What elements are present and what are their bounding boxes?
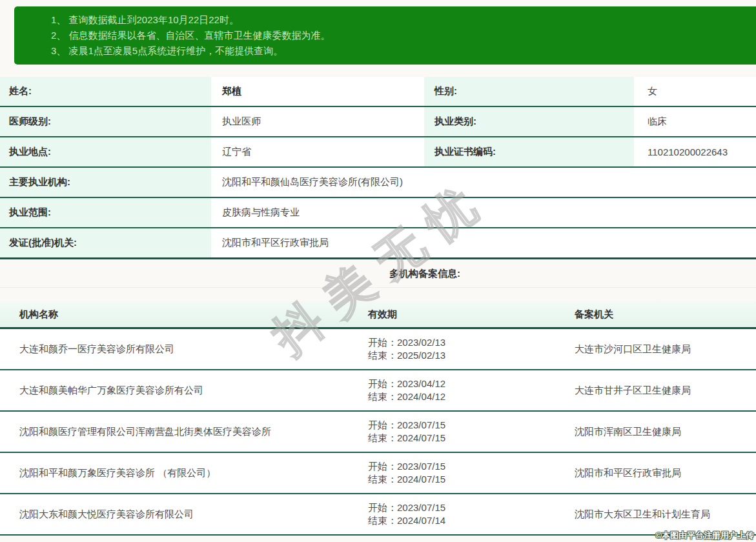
- location-value: 辽宁省: [213, 137, 423, 166]
- org-authority: 大连市沙河口区卫生健康局: [555, 343, 756, 356]
- profile-row-name-gender: 姓名: 郑植 性别: 女: [0, 77, 756, 107]
- category-label: 执业类别:: [423, 107, 636, 136]
- header-authority: 备案机关: [555, 308, 756, 321]
- org-authority: 沈阳市和平区行政审批局: [555, 467, 756, 479]
- main-org-label: 主要执业机构:: [0, 168, 213, 197]
- validity-end: 结束：2025/02/13: [368, 349, 555, 362]
- profile-row-main-org: 主要执业机构: 沈阳和平和颜仙岛医疗美容诊所(有限公司): [0, 168, 756, 198]
- scope-label: 执业范围:: [0, 198, 213, 227]
- header-org-name: 机构名称: [0, 308, 349, 321]
- validity-end: 结束：2024/04/12: [368, 390, 555, 403]
- org-authority: 大连市甘井子区卫生健康局: [555, 385, 756, 397]
- org-validity: 开始：2023/07/15 结束：2024/07/14: [349, 501, 555, 527]
- org-authority: 沈阳市大东区卫生和计划生育局: [555, 508, 756, 521]
- main-org-value: 沈阳和平和颜仙岛医疗美容诊所(有限公司): [213, 168, 756, 197]
- gender-label: 性别:: [423, 77, 636, 106]
- org-validity: 开始：2023/02/13 结束：2025/02/13: [349, 336, 555, 362]
- org-table-header: 机构名称 有效期 备案机关: [0, 301, 756, 329]
- org-name: 大连和颜美帕华广万象医疗美容诊所有公司: [0, 385, 349, 397]
- cert-no-value: 110210200022643: [636, 137, 756, 166]
- org-name: 沈阳和平和颜万象医疗美容诊所 （有限公司）: [0, 467, 349, 479]
- doctor-profile-table: 姓名: 郑植 性别: 女 医师级别: 执业医师 执业类别: 临床 执业地点: 辽…: [0, 77, 756, 259]
- notice-banner: 1、 查询数据截止到2023年10月22日22时。 2、 信息数据结果以各省、自…: [14, 6, 756, 65]
- copyright-stamp: ©本图由平台注册用户上传: [655, 530, 754, 541]
- org-name: 沈阳大东和颜大悦医疗美容诊所有限公司: [0, 508, 349, 521]
- validity-start: 开始：2023/07/15: [368, 501, 555, 514]
- scope-value: 皮肤病与性病专业: [213, 198, 756, 227]
- org-table-row: 大连和颜乔一医疗美容诊所有限公司 开始：2023/02/13 结束：2025/0…: [0, 329, 756, 370]
- name-value: 郑植: [213, 77, 423, 106]
- validity-start: 开始：2023/04/12: [368, 377, 555, 390]
- org-table-row: 沈阳大东和颜大悦医疗美容诊所有限公司 开始：2023/07/15 结束：2024…: [0, 494, 756, 536]
- notice-line-2: 2、 信息数据结果以各省、自治区、直辖市卫生健康委数据为准。: [51, 28, 750, 43]
- header-validity: 有效期: [349, 308, 555, 321]
- issuer-value: 沈阳市和平区行政审批局: [213, 228, 756, 257]
- profile-row-location-cert: 执业地点: 辽宁省 执业证书编码: 110210200022643: [0, 137, 756, 168]
- validity-end: 结束：2024/07/14: [368, 514, 555, 527]
- validity-start: 开始：2023/07/15: [368, 460, 555, 473]
- validity-end: 结束：2024/07/15: [368, 432, 555, 445]
- org-table-row: 沈阳和平和颜万象医疗美容诊所 （有限公司） 开始：2023/07/15 结束：2…: [0, 453, 756, 494]
- section-divider: [0, 287, 756, 288]
- validity-end: 结束：2024/07/15: [368, 473, 555, 486]
- org-authority: 沈阳市浑南区卫生健康局: [555, 426, 756, 438]
- notice-line-1: 1、 查询数据截止到2023年10月22日22时。: [51, 12, 750, 28]
- cert-no-label: 执业证书编码:: [423, 137, 636, 166]
- profile-row-issuer: 发证(批准)机关: 沈阳市和平区行政审批局: [0, 228, 756, 259]
- org-name: 沈阳和颜医疗管理有限公司浑南营盘北街奥体医疗美容诊所: [0, 426, 349, 438]
- category-value: 临床: [636, 107, 756, 136]
- level-label: 医师级别:: [0, 107, 213, 136]
- validity-start: 开始：2023/07/15: [368, 419, 555, 432]
- org-table-row: 大连和颜美帕华广万象医疗美容诊所有公司 开始：2023/04/12 结束：202…: [0, 370, 756, 412]
- gender-value: 女: [636, 77, 756, 106]
- org-validity: 开始：2023/04/12 结束：2024/04/12: [349, 377, 555, 403]
- section-title-multi-org: 多机构备案信息:: [0, 268, 756, 280]
- org-name: 大连和颜乔一医疗美容诊所有限公司: [0, 343, 349, 356]
- profile-row-level-category: 医师级别: 执业医师 执业类别: 临床: [0, 107, 756, 137]
- issuer-label: 发证(批准)机关:: [0, 228, 213, 257]
- notice-line-3: 3、 凌晨1点至凌晨5点系统进行维护，不能提供查询。: [51, 43, 750, 59]
- org-validity: 开始：2023/07/15 结束：2024/07/15: [349, 419, 555, 445]
- multi-org-table: 机构名称 有效期 备案机关 大连和颜乔一医疗美容诊所有限公司 开始：2023/0…: [0, 301, 756, 536]
- org-table-row: 沈阳和颜医疗管理有限公司浑南营盘北街奥体医疗美容诊所 开始：2023/07/15…: [0, 412, 756, 453]
- org-validity: 开始：2023/07/15 结束：2024/07/15: [349, 460, 555, 486]
- level-value: 执业医师: [213, 107, 423, 136]
- name-label: 姓名:: [0, 77, 213, 106]
- validity-start: 开始：2023/02/13: [368, 336, 555, 349]
- profile-row-scope: 执业范围: 皮肤病与性病专业: [0, 198, 756, 228]
- location-label: 执业地点:: [0, 137, 213, 166]
